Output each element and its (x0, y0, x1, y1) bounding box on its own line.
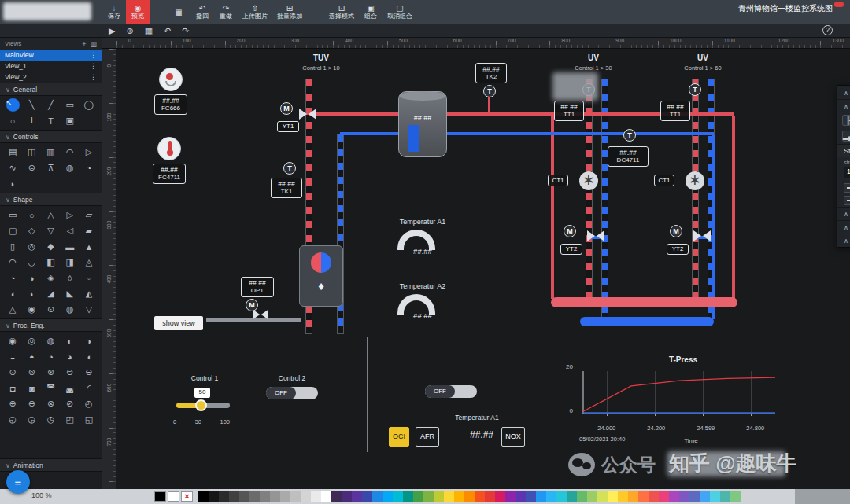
control2-toggle[interactable]: OFF (266, 387, 318, 399)
color-swatch[interactable] (444, 491, 454, 502)
color-swatch[interactable] (280, 491, 290, 502)
shape-icon[interactable]: ○ (22, 208, 41, 223)
shape-icon[interactable]: ◣ (61, 286, 79, 301)
nox-button[interactable]: NOX (501, 427, 525, 447)
color-swatch[interactable] (659, 491, 669, 502)
color-swatch[interactable] (710, 491, 720, 502)
color-swatch[interactable] (618, 491, 628, 502)
color-swatch[interactable] (505, 491, 516, 502)
shape-icon[interactable]: ◧ (41, 255, 60, 270)
shape-icon[interactable]: ◈ (41, 270, 60, 285)
yt2b-valve-icon[interactable] (693, 230, 711, 241)
yt1-motor-icon[interactable]: M (280, 102, 293, 115)
color-swatch[interactable] (229, 491, 239, 502)
shape-icon[interactable]: ◍ (61, 302, 79, 317)
zoom-icon[interactable]: ⊕ (126, 24, 133, 37)
chart-widget-icon[interactable]: ∿ (3, 160, 22, 175)
cursor-tool-icon[interactable]: ↖ (3, 97, 22, 112)
color-swatch[interactable] (301, 491, 311, 502)
marker-section-header[interactable]: ∧Marker (837, 207, 850, 220)
design-canvas[interactable]: TUV Control 1 > 10 UV Control 1 > 30 UV … (116, 49, 850, 489)
color-swatch[interactable] (372, 491, 382, 502)
rectangle-tool-icon[interactable]: ▭ (61, 97, 79, 112)
proc-eng-icon[interactable]: ◙ (22, 381, 41, 395)
align-left-icon[interactable]: ╟ (842, 115, 850, 126)
no-color-swatch[interactable]: × (181, 491, 193, 502)
color-swatch[interactable] (689, 491, 700, 502)
device-tk1[interactable]: ##.## TK1 (271, 178, 302, 198)
button-widget-icon[interactable]: ▷ (79, 145, 98, 160)
proc-eng-icon[interactable]: ◓ (22, 349, 41, 364)
proc-eng-icon[interactable]: ◱ (79, 412, 98, 427)
proc-eng-icon[interactable]: ◜ (79, 381, 98, 395)
station-condition-uv2[interactable]: Control 1 > 60 (667, 64, 738, 72)
opt-valve-icon[interactable] (253, 310, 268, 319)
undo-quick-icon[interactable]: ↶ (164, 24, 171, 37)
proc-eng-icon[interactable]: ◒ (3, 349, 22, 364)
station-condition-tuv[interactable]: Control 1 > 10 (290, 64, 353, 72)
dc4711-sensor-icon[interactable]: T (623, 129, 636, 142)
shape-icon[interactable]: ◨ (61, 255, 79, 270)
color-swatch[interactable] (628, 491, 638, 502)
save-button[interactable]: ↓保存 (102, 0, 126, 24)
proc-eng-icon[interactable]: ◉ (3, 333, 22, 348)
transform-section-header[interactable]: ∧Transform (837, 86, 850, 99)
interactivity-section-header[interactable]: ∧Interactivity (837, 234, 850, 247)
color-swatch[interactable] (321, 491, 331, 502)
proc-eng-icon[interactable]: ◖ (79, 349, 98, 364)
view-options-kebab-icon[interactable]: ⋮ (90, 51, 97, 59)
valve-widget-icon[interactable]: ⊼ (41, 160, 60, 175)
shape-icon[interactable]: ▽ (79, 302, 98, 317)
gauge-a1-label[interactable]: Temperatur A1 (375, 218, 470, 226)
device-tk2[interactable]: ##.## TK2 (475, 63, 507, 83)
shape-icon[interactable]: ◁ (61, 223, 79, 238)
redo-quick-icon[interactable]: ↷ (182, 24, 189, 37)
shape-icon[interactable]: ▬ (61, 239, 79, 254)
color-swatch[interactable] (526, 491, 536, 502)
shape-icon[interactable]: ▭ (3, 208, 22, 223)
shape-icon[interactable]: ◠ (3, 255, 22, 270)
tk1-sensor-icon[interactable]: T (283, 162, 296, 175)
ct1a-fan-icon[interactable]: ∗ (579, 171, 598, 190)
yt2b-label[interactable]: YT2 (667, 244, 689, 255)
color-swatch[interactable] (454, 491, 464, 502)
shape-icon[interactable]: ◗ (22, 286, 41, 301)
proc-eng-icon[interactable]: ◶ (22, 412, 41, 427)
proc-eng-icon[interactable]: ⊙ (3, 365, 22, 380)
shape-icon[interactable]: ▽ (41, 223, 60, 238)
yt2a-label[interactable]: YT2 (560, 244, 582, 255)
fc666-sensor-icon[interactable] (159, 68, 183, 91)
shape-icon[interactable]: △ (3, 302, 22, 317)
color-swatch[interactable] (464, 491, 475, 502)
color-swatch[interactable] (638, 491, 649, 502)
oci-button[interactable]: OCI (389, 427, 409, 447)
shape-icon[interactable]: ◆ (41, 239, 60, 254)
grid-view-button[interactable]: ▦ (167, 0, 190, 24)
main-red-header-pipe[interactable] (551, 297, 737, 307)
ungroup-button[interactable]: ▢取消组合 (382, 0, 417, 24)
color-swatch[interactable] (730, 491, 741, 502)
section-proc-eng[interactable]: ∨Proc. Eng. (0, 318, 102, 332)
station-condition-uv1[interactable]: Control 1 > 30 (562, 64, 625, 72)
proc-eng-icon[interactable]: ◎ (22, 333, 41, 348)
yt2a-motor-icon[interactable]: M (564, 225, 576, 237)
color-swatch[interactable] (393, 491, 403, 502)
tpress-chart[interactable] (577, 366, 782, 421)
color-swatch[interactable] (556, 491, 567, 502)
batch-add-button[interactable]: ⊞批量添加 (272, 0, 307, 24)
color-swatch[interactable] (669, 491, 679, 502)
shape-icon[interactable]: ◇ (22, 223, 41, 238)
shape-icon[interactable]: ▲ (79, 239, 98, 254)
preview-button[interactable]: ◉预览 (126, 0, 150, 24)
yt1-valve-icon[interactable] (299, 109, 316, 120)
shape-icon[interactable]: ▰ (79, 223, 98, 238)
color-swatch[interactable] (311, 491, 321, 502)
show-view-button[interactable]: show view (154, 316, 203, 330)
stroke-width-input[interactable]: 1 (844, 167, 850, 178)
proc-eng-icon[interactable]: ◷ (41, 412, 60, 427)
proc-eng-icon[interactable]: ⊗ (41, 396, 60, 411)
view-item-view_1[interactable]: View_1⋮ (0, 61, 102, 72)
view-item-mainview[interactable]: MainView⋮ (0, 50, 102, 61)
device-fc4711[interactable]: ##.## FC4711 (153, 164, 186, 184)
ct1a-label[interactable]: CT1 (548, 175, 568, 186)
